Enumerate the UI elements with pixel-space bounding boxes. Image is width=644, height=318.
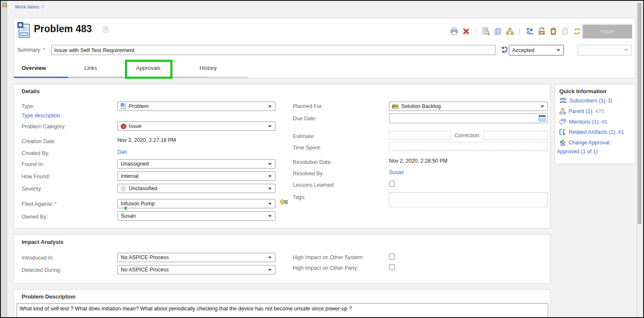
how-found-select[interactable]: Internal xyxy=(117,171,275,181)
resolved-by-link[interactable]: Susan xyxy=(389,169,404,175)
chevron-down-icon xyxy=(557,49,560,51)
chevron-down-icon xyxy=(625,49,628,51)
estimate-input[interactable] xyxy=(389,131,451,140)
summary-input[interactable] xyxy=(51,45,496,55)
introduced-in-select[interactable]: No ASPICE Process xyxy=(117,253,275,262)
parent-icon xyxy=(559,108,566,114)
quick-info-subscribers[interactable]: Subscribers (1): D xyxy=(559,97,612,104)
state-select-value: Accepted xyxy=(512,47,534,53)
state-select[interactable]: Accepted xyxy=(509,45,564,55)
resolution-date-label: Resolution Date: xyxy=(293,159,332,165)
due-date-input[interactable] xyxy=(389,113,548,123)
app-menu-grid-icon[interactable] xyxy=(2,3,7,8)
header-toolbar xyxy=(450,27,582,36)
find-duplicates-icon[interactable] xyxy=(481,27,491,36)
calendar-icon[interactable] xyxy=(539,115,546,123)
introduced-in-label: Introduced In: xyxy=(22,255,54,261)
severity-select[interactable]: ? Unclassified xyxy=(117,184,275,193)
toolbar-separator xyxy=(519,28,520,35)
quick-info-change-approval[interactable]: Change Approval: xyxy=(559,139,611,146)
quick-info-change-approval-text2[interactable]: Approved (1 of 1) xyxy=(557,149,598,155)
quick-info-subscribers-text: Subscribers (1): D xyxy=(569,98,612,104)
high-impact-party-checkbox[interactable] xyxy=(389,264,395,270)
impact-analysis-panel: Impact Analysis Introduced In: No ASPICE… xyxy=(14,234,550,284)
correction-input[interactable] xyxy=(483,131,548,140)
type-select[interactable]: Problem xyxy=(117,102,275,111)
breadcrumb: Work Items / xyxy=(15,4,43,9)
move-copy-icon[interactable] xyxy=(537,27,546,36)
quick-info-related-artifacts[interactable]: Related Artifacts (1): #1 xyxy=(559,129,624,135)
chevron-down-icon xyxy=(268,105,272,108)
created-by-link[interactable]: Dan xyxy=(117,149,127,155)
print-icon[interactable] xyxy=(450,27,459,36)
vertical-scrollbar-thumb[interactable] xyxy=(638,3,641,224)
tab-links[interactable]: Links xyxy=(84,65,97,71)
chevron-down-icon xyxy=(268,269,272,271)
workflow-state-icon xyxy=(501,46,509,56)
high-impact-system-label: High Impact on Other System: xyxy=(293,254,364,260)
type-select-value: Problem xyxy=(129,103,149,109)
type-description-link[interactable]: Type description xyxy=(22,113,60,119)
chevron-down-icon xyxy=(268,203,272,205)
high-impact-party-label: High Impact on Other Party: xyxy=(293,265,358,271)
details-section-title: Details xyxy=(22,88,40,94)
suggest-category-icon[interactable] xyxy=(279,198,289,208)
refresh-icon[interactable] xyxy=(572,27,582,36)
due-date-label: Due Date: xyxy=(293,116,316,122)
tab-history[interactable]: History xyxy=(200,65,217,71)
page-title: Problem 483 xyxy=(34,23,92,35)
tags-input[interactable] xyxy=(389,192,548,207)
severity-value: Unclassified xyxy=(129,185,157,191)
delete-icon[interactable] xyxy=(461,27,471,36)
quick-info-mentions[interactable]: Mentions (1): #1 xyxy=(559,119,607,125)
quick-info-parent-id: 470 xyxy=(595,108,604,114)
lessons-learned-checkbox[interactable] xyxy=(389,181,395,187)
tab-underline xyxy=(208,77,248,78)
quick-information-title: Quick Information xyxy=(559,88,606,94)
mentions-icon xyxy=(559,119,566,125)
time-spent-input[interactable] xyxy=(389,142,548,151)
problem-description-panel: Problem Description What kind of self-te… xyxy=(14,289,550,318)
clipboard-icon[interactable] xyxy=(549,27,558,36)
creation-date-value: Nov 2, 2020, 2:27:18 PM xyxy=(117,137,176,143)
breadcrumb-work-items-link[interactable]: Work Items xyxy=(15,4,39,9)
problem-description-textarea[interactable]: What kind of self-test ? What does initi… xyxy=(17,303,548,318)
tab-overview[interactable]: Overview xyxy=(22,65,46,71)
correction-label: Correction: xyxy=(455,133,480,138)
help-icon[interactable]: ? xyxy=(103,26,109,33)
problem-category-select[interactable]: ! Issue xyxy=(117,122,275,131)
tab-underline-active xyxy=(14,77,68,78)
annotation-highlight-box xyxy=(125,60,172,79)
planned-for-value: Solution Backlog xyxy=(401,103,441,109)
add-subscriber-icon[interactable] xyxy=(525,27,534,36)
lessons-learned-label: Lessons Learned: xyxy=(293,182,335,188)
created-by-label: Created By: xyxy=(22,150,50,156)
secondary-action-select[interactable] xyxy=(577,45,632,55)
filed-against-label: Filed Against:* xyxy=(22,201,57,207)
copy-icon[interactable] xyxy=(493,27,502,36)
planned-for-select[interactable]: Solution Backlog xyxy=(389,102,548,111)
save-button[interactable]: Save xyxy=(583,25,632,39)
high-impact-system-checkbox[interactable] xyxy=(389,254,395,260)
required-marker: * xyxy=(55,201,57,207)
paste-icon[interactable] xyxy=(561,27,570,36)
chevron-down-icon xyxy=(541,105,544,108)
problem-description-title: Problem Description xyxy=(22,293,75,300)
hierarchy-icon[interactable] xyxy=(505,27,514,36)
chevron-down-icon xyxy=(268,125,272,127)
found-in-select[interactable]: Unassigned xyxy=(117,159,275,169)
owned-by-select[interactable]: Susan xyxy=(117,211,275,221)
quick-info-parent[interactable]: Parent (1): 470 xyxy=(559,108,604,114)
chevron-down-icon xyxy=(268,175,272,177)
work-item-editor-window: Work Items / Problem 483 ? xyxy=(0,0,644,318)
quick-info-change-approval-text: Change Approval: xyxy=(569,140,611,146)
chevron-down-icon xyxy=(268,215,272,217)
resolution-date-value: Nov 2, 2020, 2:28:50 PM xyxy=(389,158,447,164)
detected-during-select[interactable]: No ASPICE Process xyxy=(117,265,275,274)
creation-date-label: Creation Date: xyxy=(22,138,56,144)
found-in-label: Found In: xyxy=(22,161,44,167)
chevron-down-icon xyxy=(268,188,272,190)
problem-category-label: Problem Category: xyxy=(22,124,66,130)
change-approval-icon xyxy=(559,139,566,146)
filed-against-select[interactable]: Infusion Pump xyxy=(117,199,275,208)
